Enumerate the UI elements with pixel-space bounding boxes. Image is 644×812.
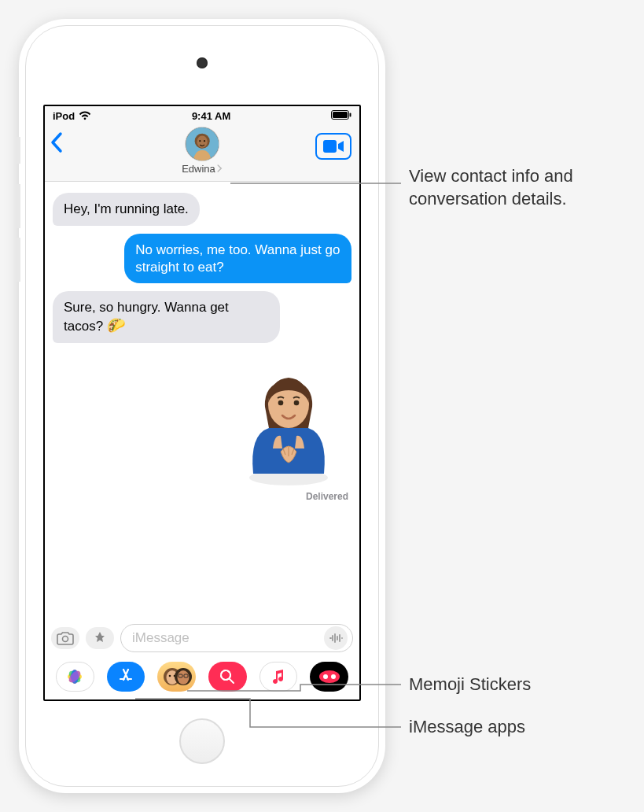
svg-point-30 bbox=[319, 670, 340, 683]
message-input[interactable]: iMessage bbox=[120, 624, 353, 652]
svg-point-6 bbox=[199, 140, 201, 142]
svg-point-32 bbox=[331, 674, 336, 679]
back-button[interactable] bbox=[50, 131, 64, 157]
photos-app-icon[interactable] bbox=[56, 662, 94, 692]
mute-switch[interactable] bbox=[16, 137, 20, 164]
svg-rect-2 bbox=[349, 113, 351, 116]
conversation-header: Edwina bbox=[45, 125, 359, 182]
svg-point-31 bbox=[323, 674, 328, 679]
contact-info-button[interactable]: Edwina bbox=[182, 127, 223, 175]
status-bar: iPod 9:41 AM bbox=[45, 106, 359, 125]
received-message[interactable]: Sure, so hungry. Wanna get tacos? 🌮 bbox=[53, 291, 280, 343]
game-app-icon[interactable] bbox=[310, 662, 348, 692]
svg-rect-1 bbox=[333, 112, 348, 118]
svg-point-13 bbox=[63, 637, 68, 642]
volume-down-button[interactable] bbox=[16, 238, 20, 282]
svg-point-7 bbox=[204, 140, 205, 142]
taco-emoji: 🌮 bbox=[107, 317, 126, 334]
camera-button[interactable] bbox=[51, 627, 79, 649]
contact-name-label: Edwina bbox=[182, 163, 215, 175]
volume-up-button[interactable] bbox=[16, 184, 20, 228]
camera-icon bbox=[57, 631, 74, 645]
waveform-icon bbox=[329, 633, 343, 644]
svg-point-22 bbox=[168, 675, 171, 677]
memoji-stickers-app-icon[interactable] bbox=[157, 662, 196, 692]
sent-memoji-sticker[interactable] bbox=[226, 356, 351, 489]
facetime-video-button[interactable] bbox=[315, 133, 351, 160]
home-button[interactable] bbox=[179, 718, 225, 764]
conversation-thread[interactable]: Hey, I'm running late. No worries, me to… bbox=[45, 182, 359, 619]
message-composer: iMessage bbox=[45, 619, 359, 657]
svg-point-12 bbox=[294, 400, 300, 406]
battery-icon bbox=[331, 110, 351, 122]
clock-label: 9:41 AM bbox=[192, 110, 230, 122]
svg-point-11 bbox=[278, 400, 284, 406]
wifi-icon bbox=[79, 111, 91, 120]
message-placeholder: iMessage bbox=[132, 630, 324, 646]
images-search-app-icon[interactable] bbox=[208, 662, 247, 692]
chevron-right-icon bbox=[217, 164, 223, 175]
imessage-app-drawer[interactable] bbox=[45, 657, 359, 699]
sent-message[interactable]: No worries, me too. Wanna just go straig… bbox=[124, 234, 351, 284]
app-store-drawer-button[interactable] bbox=[86, 627, 114, 649]
app-store-icon bbox=[92, 630, 108, 646]
front-camera bbox=[197, 57, 208, 68]
svg-rect-8 bbox=[323, 140, 337, 153]
apple-music-app-icon[interactable] bbox=[259, 662, 298, 692]
imessage-app-store-icon[interactable] bbox=[107, 662, 145, 692]
audio-message-button[interactable] bbox=[324, 626, 348, 650]
callout-imessage-apps: iMessage apps bbox=[409, 716, 525, 739]
device-bezel: iPod 9:41 AM bbox=[25, 25, 379, 787]
delivery-status: Delivered bbox=[53, 491, 351, 502]
callout-contact-info: View contact info and conversation detai… bbox=[409, 165, 573, 210]
callout-memoji-stickers: Memoji Stickers bbox=[409, 674, 531, 696]
carrier-label: iPod bbox=[53, 110, 75, 122]
contact-avatar bbox=[185, 127, 219, 161]
screen: iPod 9:41 AM bbox=[43, 105, 361, 701]
message-text: Sure, so hungry. Wanna get tacos? bbox=[64, 300, 229, 334]
video-icon bbox=[322, 139, 344, 153]
received-message[interactable]: Hey, I'm running late. bbox=[53, 193, 200, 226]
ipod-device-frame: iPod 9:41 AM bbox=[19, 19, 385, 793]
